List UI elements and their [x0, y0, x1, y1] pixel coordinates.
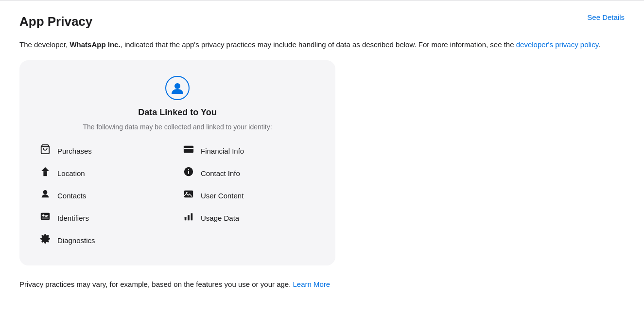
- location-label: Location: [57, 168, 85, 179]
- svg-rect-19: [191, 213, 193, 221]
- svg-rect-4: [43, 171, 47, 176]
- gear-icon: [39, 233, 52, 248]
- location-icon: [39, 166, 52, 181]
- svg-point-13: [42, 214, 45, 217]
- svg-rect-17: [185, 217, 187, 220]
- svg-point-7: [188, 169, 189, 170]
- privacy-card: Data Linked to You The following data ma…: [19, 60, 335, 265]
- privacy-policy-link[interactable]: developer's privacy policy: [516, 40, 598, 49]
- bag-icon: [39, 144, 52, 158]
- svg-rect-16: [42, 218, 49, 218]
- contact-info-label: Contact Info: [201, 168, 240, 179]
- description-suffix: , indicated that the app's privacy pract…: [121, 40, 514, 49]
- data-item-diagnostics: Diagnostics: [39, 233, 173, 248]
- svg-rect-12: [41, 213, 50, 220]
- diagnostics-label: Diagnostics: [57, 235, 95, 247]
- identifiers-label: Identifiers: [57, 213, 89, 224]
- see-details-link[interactable]: See Details: [587, 12, 625, 23]
- chart-icon: [182, 211, 195, 226]
- data-item-contacts: Contacts: [39, 189, 173, 203]
- description-link-suffix: .: [598, 40, 600, 49]
- usage-data-label: Usage Data: [201, 213, 239, 224]
- data-item-financial: Financial Info: [182, 144, 316, 158]
- svg-rect-2: [184, 148, 193, 149]
- info-icon: [182, 166, 195, 181]
- card-subtitle: The following data may be collected and …: [39, 122, 316, 132]
- user-icon-circle: [165, 76, 190, 100]
- developer-name: WhatsApp Inc.: [70, 40, 120, 49]
- footer-text: Privacy practices may vary, for example,…: [19, 279, 625, 290]
- learn-more-link[interactable]: Learn More: [293, 280, 331, 288]
- data-item-contact-info: Contact Info: [182, 166, 316, 181]
- data-items-grid: Purchases Financial Info: [39, 144, 316, 248]
- contacts-icon: [39, 189, 52, 203]
- description-prefix: The developer,: [19, 40, 70, 49]
- svg-rect-15: [45, 216, 48, 217]
- purchases-label: Purchases: [57, 146, 92, 157]
- svg-rect-6: [188, 171, 189, 174]
- svg-rect-18: [188, 215, 190, 220]
- svg-point-11: [186, 192, 188, 194]
- card-title: Data Linked to You: [39, 106, 316, 119]
- financial-icon: [182, 144, 195, 158]
- data-item-usage-data: Usage Data: [182, 211, 316, 226]
- description-text: The developer, WhatsApp Inc., indicated …: [19, 39, 603, 51]
- identifiers-icon: [39, 211, 52, 226]
- page-title: App Privacy: [19, 12, 92, 31]
- data-item-identifiers: Identifiers: [39, 211, 173, 226]
- financial-label: Financial Info: [201, 146, 244, 157]
- svg-point-0: [174, 83, 180, 89]
- user-icon: [170, 80, 185, 96]
- svg-rect-14: [45, 215, 48, 215]
- data-item-user-content: User Content: [182, 189, 316, 203]
- data-item-location: Location: [39, 166, 173, 181]
- svg-marker-3: [41, 167, 50, 171]
- footer-prefix: Privacy practices may vary, for example,…: [19, 280, 291, 288]
- card-header: Data Linked to You The following data ma…: [39, 76, 316, 132]
- image-icon: [182, 189, 195, 203]
- data-item-purchases: Purchases: [39, 144, 173, 158]
- user-content-label: User Content: [201, 191, 244, 202]
- contacts-label: Contacts: [57, 191, 86, 202]
